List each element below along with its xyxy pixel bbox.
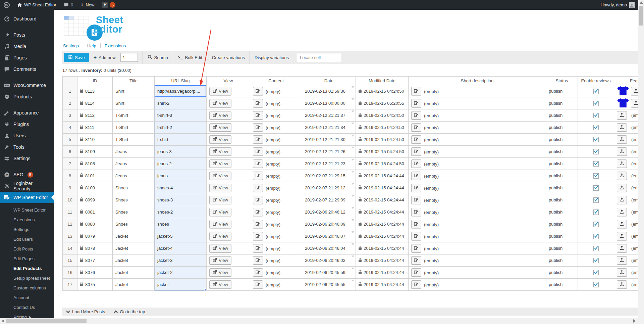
edit-content-button[interactable]	[253, 87, 263, 95]
cell-title[interactable]: Shoes	[113, 182, 155, 194]
column-header-feature[interactable]: Feature	[614, 77, 639, 85]
submenu-item-setup-spreadsheet[interactable]: Setup spreadsheet	[0, 273, 54, 283]
checkbox-checked[interactable]	[593, 246, 599, 251]
submenu-item-extensions[interactable]: Extensions	[0, 215, 54, 225]
cell-date[interactable]: 2019-02-12 21:21:26	[302, 146, 356, 158]
cell-modified-date[interactable]: 2019-02-15 04:24:50	[356, 146, 409, 158]
submenu-item-edit-products[interactable]: Edit Products	[0, 264, 54, 273]
edit-description-button[interactable]	[411, 208, 421, 216]
scroll-right-icon[interactable]	[633, 319, 636, 323]
sidebar-item-woocommerce[interactable]: WooWooCommerce	[0, 80, 54, 91]
checkbox-checked[interactable]	[593, 258, 599, 263]
checkbox-checked[interactable]	[593, 149, 599, 154]
account-menu[interactable]: Howdy, demo	[597, 0, 638, 10]
submenu-item-custom-columns[interactable]: Custom columns	[0, 283, 54, 293]
edit-content-button[interactable]	[253, 208, 263, 216]
cell-date[interactable]: 2019-02-06 20:46:02	[302, 254, 356, 267]
row-number[interactable]: 7	[63, 158, 77, 170]
view-button[interactable]: View	[209, 256, 231, 265]
cell-status[interactable]: publish	[546, 267, 578, 279]
submenu-item-contact-us[interactable]: Contact Us	[0, 303, 54, 312]
fill-handle[interactable]	[204, 288, 207, 291]
seo-notification[interactable]: Y 5	[98, 0, 119, 10]
edit-content-button[interactable]	[253, 159, 263, 168]
cell-date[interactable]: 2019-02-12 21:21:37	[302, 109, 356, 122]
cell-id[interactable]: 8099	[77, 194, 113, 206]
cell-status[interactable]: publish	[546, 182, 578, 194]
upload-image-button[interactable]	[617, 256, 627, 265]
cell-status[interactable]: publish	[546, 122, 578, 134]
view-button[interactable]: View	[209, 123, 231, 132]
column-header-modified-date[interactable]: Modified Date	[356, 77, 409, 85]
edit-content-button[interactable]	[253, 184, 263, 192]
cell-id[interactable]: 8077	[77, 254, 113, 267]
edit-description-button[interactable]	[411, 280, 421, 289]
cell-title[interactable]: Jacket	[113, 242, 155, 254]
edit-content-button[interactable]	[253, 135, 263, 144]
cell-modified-date[interactable]: 2019-02-15 04:24:44	[356, 182, 409, 194]
column-header-url-slug[interactable]: URL Slug	[155, 77, 207, 85]
cell-title[interactable]: T-Shirt	[113, 109, 155, 122]
cell-status[interactable]: publish	[546, 218, 578, 230]
upload-image-button[interactable]	[617, 208, 627, 216]
view-button[interactable]: View	[209, 268, 231, 277]
tshirt-image[interactable]	[617, 86, 629, 97]
cell-date[interactable]: 2019-02-06 20:46:12	[302, 206, 356, 218]
column-header-view[interactable]: View	[207, 77, 250, 85]
cell-date[interactable]: 2019-02-13 00:00:00	[302, 97, 356, 109]
cell-title[interactable]: T-Shirt	[113, 122, 155, 134]
cell-date[interactable]: 2019-02-12 21:21:23	[302, 158, 356, 170]
cell-id[interactable]: 8075	[77, 279, 113, 291]
cell-date[interactable]: 2019-02-07 21:29:15	[302, 170, 356, 182]
submenu-item-wp-sheet-editor[interactable]: WP Sheet Editor	[0, 205, 54, 215]
cell-id[interactable]: 8109	[77, 146, 113, 158]
nav-help-link[interactable]: Help	[83, 43, 101, 48]
cell-modified-date[interactable]: 2019-02-15 04:24:50	[356, 122, 409, 134]
edit-description-button[interactable]	[411, 244, 421, 252]
cell-title[interactable]: Shoes	[113, 194, 155, 206]
tshirt-image[interactable]	[617, 98, 629, 109]
row-number[interactable]: 8	[63, 170, 77, 182]
cell-modified-date[interactable]: 2019-02-15 05:20:55	[356, 97, 409, 109]
view-button[interactable]: View	[209, 280, 231, 289]
checkbox-checked[interactable]	[593, 125, 599, 130]
edit-content-button[interactable]	[253, 172, 263, 180]
edit-content-button[interactable]	[253, 268, 263, 277]
row-number[interactable]: 3	[63, 109, 77, 122]
edit-description-button[interactable]	[411, 172, 421, 180]
submenu-item-account[interactable]: Account	[0, 293, 54, 303]
edit-content-button[interactable]	[253, 220, 263, 228]
cell-id[interactable]: 8079	[77, 230, 113, 242]
cell-title[interactable]: Jeans	[113, 146, 155, 158]
add-new-button[interactable]: + Add new	[89, 55, 120, 60]
cell-title[interactable]: Jacket	[113, 267, 155, 279]
view-button[interactable]: View	[209, 99, 231, 107]
view-button[interactable]: View	[209, 196, 231, 204]
upload-image-button[interactable]	[617, 196, 627, 204]
cell-status[interactable]: publish	[546, 134, 578, 146]
cell-id[interactable]: 8100	[77, 182, 113, 194]
horizontal-scrollbar[interactable]	[0, 318, 638, 324]
cell-modified-date[interactable]: 2019-02-15 04:24:50	[356, 109, 409, 122]
cell-modified-date[interactable]: 2019-02-15 04:24:44	[356, 267, 409, 279]
cell-status[interactable]: publish	[546, 158, 578, 170]
view-button[interactable]: View	[209, 159, 231, 168]
edit-description-button[interactable]	[411, 220, 421, 228]
upload-image-button[interactable]	[617, 172, 627, 180]
edit-description-button[interactable]	[411, 196, 421, 204]
upload-image-button[interactable]	[617, 244, 627, 252]
checkbox-checked[interactable]	[593, 89, 599, 94]
submenu-item-settings[interactable]: Settings	[0, 225, 54, 234]
row-number[interactable]: 2	[63, 97, 77, 109]
column-header-enable-reviews[interactable]: Enable reviews	[578, 77, 614, 85]
vertical-scrollbar[interactable]	[638, 0, 644, 324]
cell-title[interactable]: Jacket	[113, 230, 155, 242]
sidebar-item-appearance[interactable]: Appearance	[0, 107, 54, 119]
cell-status[interactable]: publish	[546, 254, 578, 267]
cell-id[interactable]: 8076	[77, 267, 113, 279]
checkbox-checked[interactable]	[593, 185, 599, 191]
save-button[interactable]: Save	[64, 53, 89, 62]
checkbox-checked[interactable]	[593, 173, 599, 179]
load-more-button[interactable]: Load More Posts	[66, 309, 105, 314]
cell-url-slug[interactable]: jacket-2	[155, 267, 207, 279]
